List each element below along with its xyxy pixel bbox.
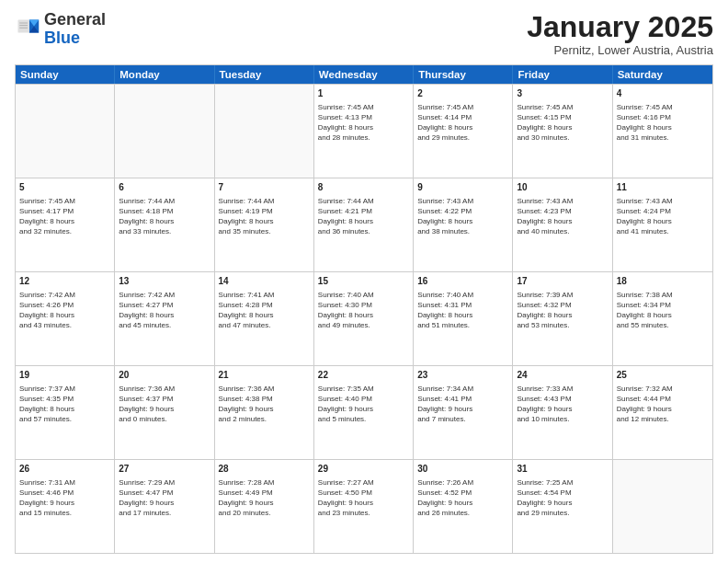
day-details: Sunrise: 7:29 AM Sunset: 4:47 PM Dayligh… — [119, 477, 210, 519]
day-details: Sunrise: 7:43 AM Sunset: 4:23 PM Dayligh… — [517, 196, 608, 237]
header: General Blue January 2025 Pernitz, Lower… — [15, 11, 713, 57]
day-details: Sunrise: 7:42 AM Sunset: 4:27 PM Dayligh… — [119, 290, 210, 331]
day-number: 11 — [617, 181, 709, 194]
day-number: 26 — [19, 463, 110, 476]
day-details: Sunrise: 7:28 AM Sunset: 4:49 PM Dayligh… — [219, 477, 310, 519]
day-details: Sunrise: 7:44 AM Sunset: 4:18 PM Dayligh… — [119, 196, 210, 237]
calendar-day-14: 14Sunrise: 7:41 AM Sunset: 4:28 PM Dayli… — [215, 272, 314, 365]
calendar: SundayMondayTuesdayWednesdayThursdayFrid… — [15, 64, 713, 554]
calendar-day-22: 22Sunrise: 7:35 AM Sunset: 4:40 PM Dayli… — [314, 366, 414, 459]
calendar-week-4: 19Sunrise: 7:37 AM Sunset: 4:35 PM Dayli… — [16, 365, 712, 459]
day-number: 9 — [417, 181, 508, 194]
day-details: Sunrise: 7:36 AM Sunset: 4:37 PM Dayligh… — [119, 384, 210, 425]
day-number: 20 — [119, 369, 210, 382]
calendar-header-cell-friday: Friday — [513, 65, 612, 84]
calendar-day-8: 8Sunrise: 7:44 AM Sunset: 4:21 PM Daylig… — [314, 178, 414, 271]
day-details: Sunrise: 7:42 AM Sunset: 4:26 PM Dayligh… — [19, 290, 110, 331]
logo-general: General — [44, 10, 106, 29]
day-number: 21 — [219, 369, 310, 382]
calendar-week-1: 1Sunrise: 7:45 AM Sunset: 4:13 PM Daylig… — [16, 84, 712, 178]
calendar-day-5: 5Sunrise: 7:45 AM Sunset: 4:17 PM Daylig… — [16, 178, 115, 271]
day-number: 18 — [617, 275, 709, 288]
day-details: Sunrise: 7:43 AM Sunset: 4:22 PM Dayligh… — [417, 196, 508, 237]
calendar-cell-empty — [613, 460, 712, 553]
location-subtitle: Pernitz, Lower Austria, Austria — [527, 43, 713, 57]
calendar-day-31: 31Sunrise: 7:25 AM Sunset: 4:54 PM Dayli… — [513, 460, 612, 553]
day-number: 24 — [517, 369, 608, 382]
calendar-day-18: 18Sunrise: 7:38 AM Sunset: 4:34 PM Dayli… — [613, 272, 712, 365]
calendar-day-29: 29Sunrise: 7:27 AM Sunset: 4:50 PM Dayli… — [314, 460, 414, 553]
day-details: Sunrise: 7:35 AM Sunset: 4:40 PM Dayligh… — [318, 384, 409, 425]
day-details: Sunrise: 7:45 AM Sunset: 4:15 PM Dayligh… — [517, 102, 608, 144]
calendar-day-28: 28Sunrise: 7:28 AM Sunset: 4:49 PM Dayli… — [215, 460, 314, 553]
calendar-cell-empty — [16, 85, 115, 178]
day-details: Sunrise: 7:26 AM Sunset: 4:52 PM Dayligh… — [417, 477, 508, 519]
calendar-day-11: 11Sunrise: 7:43 AM Sunset: 4:24 PM Dayli… — [613, 178, 712, 271]
calendar-header-row: SundayMondayTuesdayWednesdayThursdayFrid… — [16, 65, 712, 84]
day-number: 3 — [517, 87, 608, 100]
day-number: 17 — [517, 275, 608, 288]
calendar-week-3: 12Sunrise: 7:42 AM Sunset: 4:26 PM Dayli… — [16, 271, 712, 365]
day-details: Sunrise: 7:43 AM Sunset: 4:24 PM Dayligh… — [617, 196, 709, 237]
calendar-day-15: 15Sunrise: 7:40 AM Sunset: 4:30 PM Dayli… — [314, 272, 414, 365]
logo-icon — [15, 17, 40, 42]
calendar-day-30: 30Sunrise: 7:26 AM Sunset: 4:52 PM Dayli… — [414, 460, 513, 553]
day-details: Sunrise: 7:25 AM Sunset: 4:54 PM Dayligh… — [517, 477, 608, 519]
day-details: Sunrise: 7:36 AM Sunset: 4:38 PM Dayligh… — [219, 384, 310, 425]
calendar-day-2: 2Sunrise: 7:45 AM Sunset: 4:14 PM Daylig… — [414, 85, 513, 178]
day-number: 8 — [318, 181, 409, 194]
calendar-cell-empty — [215, 85, 314, 178]
day-number: 14 — [219, 275, 310, 288]
day-details: Sunrise: 7:45 AM Sunset: 4:14 PM Dayligh… — [417, 102, 508, 144]
calendar-day-10: 10Sunrise: 7:43 AM Sunset: 4:23 PM Dayli… — [513, 178, 612, 271]
day-details: Sunrise: 7:31 AM Sunset: 4:46 PM Dayligh… — [19, 477, 110, 519]
calendar-cell-empty — [115, 85, 214, 178]
calendar-week-5: 26Sunrise: 7:31 AM Sunset: 4:46 PM Dayli… — [16, 459, 712, 553]
day-number: 30 — [417, 463, 508, 476]
day-details: Sunrise: 7:44 AM Sunset: 4:19 PM Dayligh… — [219, 196, 310, 237]
day-details: Sunrise: 7:34 AM Sunset: 4:41 PM Dayligh… — [417, 384, 508, 425]
day-details: Sunrise: 7:33 AM Sunset: 4:43 PM Dayligh… — [517, 384, 608, 425]
day-number: 19 — [19, 369, 110, 382]
day-details: Sunrise: 7:27 AM Sunset: 4:50 PM Dayligh… — [318, 477, 409, 519]
title-block: January 2025 Pernitz, Lower Austria, Aus… — [527, 11, 713, 57]
day-number: 15 — [318, 275, 409, 288]
calendar-day-24: 24Sunrise: 7:33 AM Sunset: 4:43 PM Dayli… — [513, 366, 612, 459]
logo-text: General Blue — [44, 11, 106, 48]
calendar-header-cell-wednesday: Wednesday — [314, 65, 414, 84]
day-number: 16 — [417, 275, 508, 288]
month-title: January 2025 — [527, 11, 713, 43]
calendar-day-9: 9Sunrise: 7:43 AM Sunset: 4:22 PM Daylig… — [414, 178, 513, 271]
day-details: Sunrise: 7:41 AM Sunset: 4:28 PM Dayligh… — [219, 290, 310, 331]
calendar-day-12: 12Sunrise: 7:42 AM Sunset: 4:26 PM Dayli… — [16, 272, 115, 365]
calendar-day-13: 13Sunrise: 7:42 AM Sunset: 4:27 PM Dayli… — [115, 272, 214, 365]
calendar-header-cell-thursday: Thursday — [414, 65, 513, 84]
day-details: Sunrise: 7:45 AM Sunset: 4:17 PM Dayligh… — [19, 196, 110, 237]
calendar-day-3: 3Sunrise: 7:45 AM Sunset: 4:15 PM Daylig… — [513, 85, 612, 178]
day-details: Sunrise: 7:44 AM Sunset: 4:21 PM Dayligh… — [318, 196, 409, 237]
day-details: Sunrise: 7:32 AM Sunset: 4:44 PM Dayligh… — [617, 384, 709, 425]
calendar-day-7: 7Sunrise: 7:44 AM Sunset: 4:19 PM Daylig… — [215, 178, 314, 271]
day-details: Sunrise: 7:38 AM Sunset: 4:34 PM Dayligh… — [617, 290, 709, 331]
calendar-day-21: 21Sunrise: 7:36 AM Sunset: 4:38 PM Dayli… — [215, 366, 314, 459]
calendar-day-23: 23Sunrise: 7:34 AM Sunset: 4:41 PM Dayli… — [414, 366, 513, 459]
day-number: 7 — [219, 181, 310, 194]
day-number: 2 — [417, 87, 508, 100]
calendar-day-17: 17Sunrise: 7:39 AM Sunset: 4:32 PM Dayli… — [513, 272, 612, 365]
day-details: Sunrise: 7:45 AM Sunset: 4:13 PM Dayligh… — [318, 102, 409, 144]
calendar-week-2: 5Sunrise: 7:45 AM Sunset: 4:17 PM Daylig… — [16, 178, 712, 271]
calendar-header-cell-sunday: Sunday — [16, 65, 115, 84]
calendar-day-25: 25Sunrise: 7:32 AM Sunset: 4:44 PM Dayli… — [613, 366, 712, 459]
day-number: 28 — [219, 463, 310, 476]
day-details: Sunrise: 7:37 AM Sunset: 4:35 PM Dayligh… — [19, 384, 110, 425]
calendar-day-6: 6Sunrise: 7:44 AM Sunset: 4:18 PM Daylig… — [115, 178, 214, 271]
day-details: Sunrise: 7:40 AM Sunset: 4:31 PM Dayligh… — [417, 290, 508, 331]
day-details: Sunrise: 7:45 AM Sunset: 4:16 PM Dayligh… — [617, 102, 709, 144]
calendar-day-26: 26Sunrise: 7:31 AM Sunset: 4:46 PM Dayli… — [16, 460, 115, 553]
day-number: 22 — [318, 369, 409, 382]
day-number: 4 — [617, 87, 709, 100]
logo: General Blue — [15, 11, 106, 48]
calendar-day-20: 20Sunrise: 7:36 AM Sunset: 4:37 PM Dayli… — [115, 366, 214, 459]
calendar-header-cell-saturday: Saturday — [613, 65, 712, 84]
day-number: 12 — [19, 275, 110, 288]
